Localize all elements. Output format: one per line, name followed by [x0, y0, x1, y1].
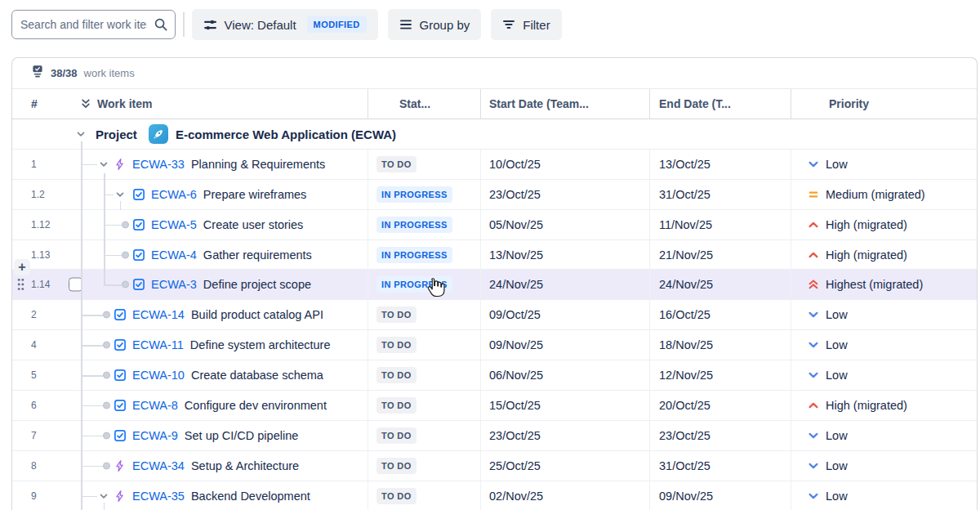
- status-cell[interactable]: IN PROGRESS: [368, 240, 480, 270]
- column-header-status[interactable]: Stat...: [368, 89, 480, 119]
- work-item-key[interactable]: ECWA-34: [132, 459, 185, 472]
- status-cell[interactable]: IN PROGRESS: [368, 210, 480, 239]
- work-item-key[interactable]: ECWA-35: [132, 490, 185, 503]
- end-date-cell[interactable]: 18/Nov/25: [649, 330, 791, 360]
- end-date-cell[interactable]: 13/Oct/25: [649, 150, 791, 179]
- work-item-cell[interactable]: 7ECWA-9Set up CI/CD pipeline: [12, 421, 368, 450]
- work-item-key[interactable]: ECWA-3: [151, 278, 197, 291]
- column-header-work-item[interactable]: # Work item: [12, 89, 368, 119]
- end-date-cell[interactable]: 24/Nov/25: [649, 270, 791, 299]
- project-expand-chevron-icon[interactable]: [74, 128, 87, 141]
- status-badge[interactable]: TO DO: [376, 306, 416, 323]
- group-by-button[interactable]: Group by: [388, 9, 482, 40]
- collapse-all-icon[interactable]: [80, 98, 91, 110]
- priority-cell[interactable]: Low: [791, 360, 977, 390]
- column-header-end-date[interactable]: End Date (T...: [649, 89, 791, 119]
- priority-cell[interactable]: Low: [791, 451, 977, 481]
- priority-cell[interactable]: Highest (migrated): [791, 270, 977, 299]
- column-header-start-date[interactable]: Start Date (Team...: [480, 89, 649, 119]
- start-date-cell[interactable]: 15/Oct/25: [480, 391, 649, 420]
- status-cell[interactable]: TO DO: [368, 421, 480, 450]
- end-date-cell[interactable]: 21/Nov/25: [649, 240, 791, 270]
- expand-chevron-icon[interactable]: [114, 188, 127, 201]
- work-item-row[interactable]: 1ECWA-33Planning & RequirementsTO DO10/O…: [12, 150, 977, 180]
- work-item-row[interactable]: 1.2ECWA-6Prepare wireframesIN PROGRESS23…: [12, 180, 977, 210]
- start-date-cell[interactable]: 24/Nov/25: [480, 270, 649, 299]
- status-badge[interactable]: TO DO: [376, 337, 416, 353]
- end-date-cell[interactable]: 09/Nov/25: [649, 481, 791, 510]
- priority-cell[interactable]: High (migrated): [791, 210, 977, 239]
- status-cell[interactable]: TO DO: [368, 300, 480, 329]
- status-badge[interactable]: TO DO: [376, 156, 416, 172]
- start-date-cell[interactable]: 23/Oct/25: [480, 421, 649, 450]
- priority-cell[interactable]: Low: [791, 421, 977, 450]
- start-date-cell[interactable]: 09/Oct/25: [480, 300, 649, 329]
- work-item-cell[interactable]: 8ECWA-34Setup & Architecture: [12, 451, 368, 481]
- work-item-key[interactable]: ECWA-4: [151, 248, 197, 262]
- status-badge[interactable]: IN PROGRESS: [376, 247, 452, 263]
- work-item-key[interactable]: ECWA-33: [132, 158, 185, 171]
- view-settings-button[interactable]: View: Default MODIFIED: [192, 9, 378, 40]
- start-date-cell[interactable]: 06/Nov/25: [480, 360, 649, 390]
- priority-cell[interactable]: Low: [791, 330, 977, 360]
- end-date-cell[interactable]: 12/Nov/25: [649, 360, 791, 390]
- work-item-key[interactable]: ECWA-5: [151, 218, 197, 231]
- start-date-cell[interactable]: 05/Nov/25: [480, 210, 649, 239]
- status-badge[interactable]: IN PROGRESS: [376, 186, 452, 203]
- work-item-row[interactable]: 9ECWA-35Backend DevelopmentTO DO02/Nov/2…: [12, 481, 977, 510]
- work-item-key[interactable]: ECWA-6: [151, 188, 197, 201]
- status-cell[interactable]: TO DO: [368, 451, 480, 481]
- priority-cell[interactable]: Low: [791, 150, 977, 179]
- start-date-cell[interactable]: 23/Oct/25: [480, 180, 649, 209]
- end-date-cell[interactable]: 23/Oct/25: [649, 421, 791, 450]
- start-date-cell[interactable]: 10/Oct/25: [480, 150, 649, 179]
- work-item-row[interactable]: 2ECWA-14Build product catalog APITO DO09…: [12, 300, 977, 330]
- work-item-cell[interactable]: 1.13ECWA-4Gather requirements: [12, 240, 368, 270]
- work-item-cell[interactable]: 1ECWA-33Planning & Requirements: [12, 150, 368, 179]
- status-cell[interactable]: TO DO: [368, 150, 480, 179]
- status-cell[interactable]: IN PROGRESS: [368, 180, 480, 209]
- end-date-cell[interactable]: 31/Oct/25: [649, 180, 791, 209]
- expand-chevron-icon[interactable]: [97, 158, 110, 171]
- work-item-row[interactable]: 1.14ECWA-3Define project scopeIN PROGRES…: [12, 270, 977, 300]
- work-item-row[interactable]: 7ECWA-9Set up CI/CD pipelineTO DO23/Oct/…: [12, 421, 977, 451]
- start-date-cell[interactable]: 13/Nov/25: [480, 240, 649, 270]
- work-item-cell[interactable]: 6ECWA-8Configure dev environment: [12, 391, 368, 420]
- start-date-cell[interactable]: 02/Nov/25: [480, 481, 649, 510]
- work-item-row[interactable]: 4ECWA-11Define system architectureTO DO0…: [12, 330, 977, 360]
- priority-cell[interactable]: High (migrated): [791, 240, 977, 270]
- status-badge[interactable]: TO DO: [376, 458, 416, 474]
- work-item-key[interactable]: ECWA-10: [132, 369, 185, 382]
- status-badge[interactable]: TO DO: [376, 367, 416, 383]
- filter-button[interactable]: Filter: [491, 9, 561, 40]
- work-item-key[interactable]: ECWA-14: [132, 308, 185, 321]
- work-item-cell[interactable]: 9ECWA-35Backend Development: [12, 481, 368, 510]
- status-badge[interactable]: TO DO: [376, 488, 416, 504]
- end-date-cell[interactable]: 16/Oct/25: [649, 300, 791, 329]
- work-item-key[interactable]: ECWA-11: [132, 338, 184, 351]
- row-checkbox[interactable]: [69, 278, 82, 292]
- work-item-row[interactable]: 1.13ECWA-4Gather requirementsIN PROGRESS…: [12, 240, 977, 271]
- status-cell[interactable]: TO DO: [368, 360, 480, 390]
- status-cell[interactable]: TO DO: [368, 330, 480, 360]
- drag-handle[interactable]: [16, 277, 25, 292]
- work-item-cell[interactable]: 2ECWA-14Build product catalog API: [12, 300, 368, 329]
- work-item-cell[interactable]: 1.14ECWA-3Define project scope: [12, 270, 368, 299]
- add-row-button[interactable]: +: [14, 259, 30, 275]
- start-date-cell[interactable]: 25/Oct/25: [480, 451, 649, 481]
- work-item-row[interactable]: 1.12ECWA-5Create user storiesIN PROGRESS…: [12, 210, 977, 240]
- status-cell[interactable]: TO DO: [368, 391, 480, 420]
- work-item-cell[interactable]: 5ECWA-10Create database schema: [12, 360, 368, 390]
- status-badge[interactable]: TO DO: [376, 397, 416, 414]
- work-item-key[interactable]: ECWA-9: [132, 429, 178, 442]
- end-date-cell[interactable]: 31/Oct/25: [649, 451, 791, 481]
- end-date-cell[interactable]: 20/Oct/25: [649, 391, 791, 420]
- work-item-row[interactable]: 5ECWA-10Create database schemaTO DO06/No…: [12, 360, 977, 391]
- start-date-cell[interactable]: 09/Nov/25: [480, 330, 649, 360]
- column-header-priority[interactable]: Priority: [791, 89, 977, 119]
- work-item-cell[interactable]: 4ECWA-11Define system architecture: [12, 330, 368, 360]
- work-item-cell[interactable]: 1.12ECWA-5Create user stories: [12, 210, 368, 239]
- work-item-key[interactable]: ECWA-8: [132, 399, 178, 412]
- status-cell[interactable]: TO DO: [368, 481, 480, 510]
- priority-cell[interactable]: Low: [791, 300, 977, 329]
